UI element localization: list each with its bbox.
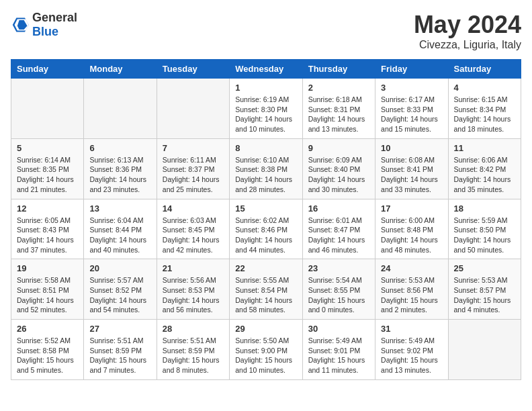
title-block: May 2024 Civezza, Liguria, Italy: [414, 11, 521, 51]
day-number: 13: [89, 203, 150, 214]
day-number: 17: [381, 203, 442, 214]
calendar-cell: 7Sunrise: 6:11 AMSunset: 8:37 PMDaylight…: [157, 138, 229, 199]
day-number: 18: [454, 203, 515, 214]
day-number: 7: [163, 143, 224, 153]
weekday-header-wednesday: Wednesday: [230, 60, 302, 79]
calendar-week-row: 26Sunrise: 5:52 AMSunset: 8:58 PMDayligh…: [11, 320, 521, 380]
day-info: Sunrise: 6:18 AMSunset: 8:31 PMDaylight:…: [308, 95, 369, 134]
calendar-cell: 3Sunrise: 6:17 AMSunset: 8:33 PMDaylight…: [375, 79, 448, 139]
calendar-cell: 31Sunrise: 5:49 AMSunset: 9:02 PMDayligh…: [375, 320, 448, 380]
day-number: 10: [381, 143, 442, 153]
calendar-cell: 26Sunrise: 5:52 AMSunset: 8:58 PMDayligh…: [11, 320, 84, 380]
calendar-cell: 22Sunrise: 5:55 AMSunset: 8:54 PMDayligh…: [230, 259, 302, 320]
day-info: Sunrise: 6:11 AMSunset: 8:37 PMDaylight:…: [163, 155, 224, 195]
day-number: 29: [235, 324, 296, 334]
day-number: 4: [454, 83, 515, 93]
calendar-cell: [84, 79, 157, 139]
page-header: General Blue May 2024 Civezza, Liguria, …: [11, 11, 521, 51]
day-info: Sunrise: 6:05 AMSunset: 8:43 PMDaylight:…: [17, 216, 78, 255]
day-number: 26: [17, 324, 78, 334]
calendar-cell: 21Sunrise: 5:56 AMSunset: 8:53 PMDayligh…: [157, 259, 229, 320]
weekday-header-tuesday: Tuesday: [157, 60, 229, 79]
logo: General Blue: [11, 11, 77, 39]
calendar-cell: 1Sunrise: 6:19 AMSunset: 8:30 PMDaylight…: [230, 79, 302, 139]
calendar-cell: 20Sunrise: 5:57 AMSunset: 8:52 PMDayligh…: [84, 259, 157, 320]
calendar-cell: [11, 79, 84, 139]
day-info: Sunrise: 6:00 AMSunset: 8:48 PMDaylight:…: [381, 216, 442, 255]
day-number: 19: [17, 263, 78, 273]
day-info: Sunrise: 5:50 AMSunset: 9:00 PMDaylight:…: [235, 336, 296, 375]
day-info: Sunrise: 5:51 AMSunset: 8:59 PMDaylight:…: [89, 336, 150, 375]
day-info: Sunrise: 5:57 AMSunset: 8:52 PMDaylight:…: [89, 275, 150, 315]
day-info: Sunrise: 6:02 AMSunset: 8:46 PMDaylight:…: [235, 216, 296, 255]
generalblue-logo-icon: [11, 15, 30, 34]
calendar-cell: [157, 79, 229, 139]
day-number: 23: [308, 263, 369, 273]
calendar-week-row: 1Sunrise: 6:19 AMSunset: 8:30 PMDaylight…: [11, 79, 521, 139]
weekday-header-sunday: Sunday: [11, 60, 84, 79]
calendar-cell: 10Sunrise: 6:08 AMSunset: 8:41 PMDayligh…: [375, 138, 448, 199]
calendar-cell: 15Sunrise: 6:02 AMSunset: 8:46 PMDayligh…: [230, 199, 302, 259]
day-info: Sunrise: 5:53 AMSunset: 8:57 PMDaylight:…: [454, 275, 515, 315]
calendar-cell: 17Sunrise: 6:00 AMSunset: 8:48 PMDayligh…: [375, 199, 448, 259]
weekday-header-saturday: Saturday: [448, 60, 521, 79]
day-info: Sunrise: 5:49 AMSunset: 9:01 PMDaylight:…: [308, 336, 369, 375]
day-number: 16: [308, 203, 369, 214]
day-number: 30: [308, 324, 369, 334]
calendar-cell: 8Sunrise: 6:10 AMSunset: 8:38 PMDaylight…: [230, 138, 302, 199]
day-info: Sunrise: 6:03 AMSunset: 8:45 PMDaylight:…: [163, 216, 224, 255]
day-info: Sunrise: 6:10 AMSunset: 8:38 PMDaylight:…: [235, 155, 296, 195]
calendar-table: SundayMondayTuesdayWednesdayThursdayFrid…: [11, 59, 521, 380]
calendar-week-row: 5Sunrise: 6:14 AMSunset: 8:35 PMDaylight…: [11, 138, 521, 199]
day-info: Sunrise: 5:58 AMSunset: 8:51 PMDaylight:…: [17, 275, 78, 315]
day-info: Sunrise: 6:04 AMSunset: 8:44 PMDaylight:…: [89, 216, 150, 255]
calendar-cell: 16Sunrise: 6:01 AMSunset: 8:47 PMDayligh…: [302, 199, 375, 259]
day-info: Sunrise: 5:52 AMSunset: 8:58 PMDaylight:…: [17, 336, 78, 375]
day-number: 2: [308, 83, 369, 93]
calendar-cell: 18Sunrise: 5:59 AMSunset: 8:50 PMDayligh…: [448, 199, 521, 259]
calendar-cell: 6Sunrise: 6:13 AMSunset: 8:36 PMDaylight…: [84, 138, 157, 199]
weekday-header-thursday: Thursday: [302, 60, 375, 79]
day-number: 9: [308, 143, 369, 153]
calendar-cell: 30Sunrise: 5:49 AMSunset: 9:01 PMDayligh…: [302, 320, 375, 380]
day-info: Sunrise: 6:09 AMSunset: 8:40 PMDaylight:…: [308, 155, 369, 195]
weekday-header-friday: Friday: [375, 60, 448, 79]
day-number: 5: [17, 143, 78, 153]
calendar-cell: 24Sunrise: 5:53 AMSunset: 8:56 PMDayligh…: [375, 259, 448, 320]
calendar-cell: 12Sunrise: 6:05 AMSunset: 8:43 PMDayligh…: [11, 199, 84, 259]
day-info: Sunrise: 6:01 AMSunset: 8:47 PMDaylight:…: [308, 216, 369, 255]
day-number: 31: [381, 324, 442, 334]
weekday-header-monday: Monday: [84, 60, 157, 79]
calendar-cell: 14Sunrise: 6:03 AMSunset: 8:45 PMDayligh…: [157, 199, 229, 259]
day-info: Sunrise: 5:54 AMSunset: 8:55 PMDaylight:…: [308, 275, 369, 315]
calendar-cell: 19Sunrise: 5:58 AMSunset: 8:51 PMDayligh…: [11, 259, 84, 320]
day-info: Sunrise: 6:08 AMSunset: 8:41 PMDaylight:…: [381, 155, 442, 195]
day-info: Sunrise: 6:13 AMSunset: 8:36 PMDaylight:…: [89, 155, 150, 195]
calendar-cell: 2Sunrise: 6:18 AMSunset: 8:31 PMDaylight…: [302, 79, 375, 139]
calendar-cell: 28Sunrise: 5:51 AMSunset: 8:59 PMDayligh…: [157, 320, 229, 380]
day-info: Sunrise: 5:53 AMSunset: 8:56 PMDaylight:…: [381, 275, 442, 315]
day-info: Sunrise: 6:06 AMSunset: 8:42 PMDaylight:…: [454, 155, 515, 195]
calendar-cell: 5Sunrise: 6:14 AMSunset: 8:35 PMDaylight…: [11, 138, 84, 199]
day-number: 11: [454, 143, 515, 153]
calendar-cell: 25Sunrise: 5:53 AMSunset: 8:57 PMDayligh…: [448, 259, 521, 320]
day-number: 22: [235, 263, 296, 273]
day-info: Sunrise: 6:19 AMSunset: 8:30 PMDaylight:…: [235, 95, 296, 134]
day-info: Sunrise: 6:15 AMSunset: 8:34 PMDaylight:…: [454, 95, 515, 134]
day-info: Sunrise: 5:51 AMSunset: 8:59 PMDaylight:…: [163, 336, 224, 375]
day-number: 6: [89, 143, 150, 153]
day-info: Sunrise: 5:55 AMSunset: 8:54 PMDaylight:…: [235, 275, 296, 315]
logo-general-text: General: [32, 11, 77, 24]
calendar-cell: 9Sunrise: 6:09 AMSunset: 8:40 PMDaylight…: [302, 138, 375, 199]
calendar-cell: [448, 320, 521, 380]
day-number: 27: [89, 324, 150, 334]
weekday-header-row: SundayMondayTuesdayWednesdayThursdayFrid…: [11, 60, 521, 79]
calendar-cell: 27Sunrise: 5:51 AMSunset: 8:59 PMDayligh…: [84, 320, 157, 380]
day-number: 8: [235, 143, 296, 153]
day-info: Sunrise: 5:49 AMSunset: 9:02 PMDaylight:…: [381, 336, 442, 375]
calendar-cell: 23Sunrise: 5:54 AMSunset: 8:55 PMDayligh…: [302, 259, 375, 320]
day-info: Sunrise: 6:17 AMSunset: 8:33 PMDaylight:…: [381, 95, 442, 134]
day-number: 24: [381, 263, 442, 273]
calendar-cell: 11Sunrise: 6:06 AMSunset: 8:42 PMDayligh…: [448, 138, 521, 199]
logo-blue-text: Blue: [32, 25, 58, 38]
